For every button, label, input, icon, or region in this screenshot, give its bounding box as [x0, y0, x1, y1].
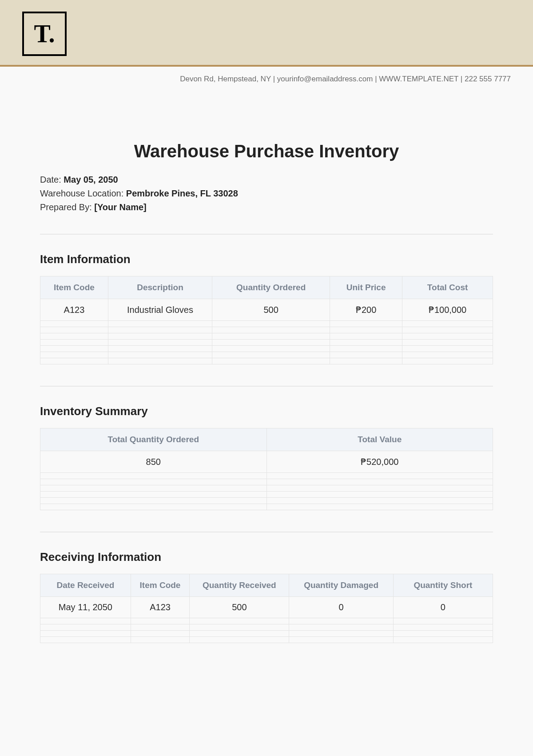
meta-date: Date: May 05, 2050: [40, 175, 493, 185]
col-unit-price: Unit Price: [330, 276, 402, 299]
table-row: [40, 631, 493, 637]
page-title: Warehouse Purchase Inventory: [40, 141, 493, 161]
document-body: Warehouse Purchase Inventory Date: May 0…: [0, 88, 533, 661]
summary-table: Total Quantity Ordered Total Value 850 ₱…: [40, 428, 493, 510]
contact-info-line: Devon Rd, Hempstead, NY | yourinfo@email…: [0, 67, 533, 88]
table-row: [40, 352, 493, 358]
meta-prepared-label: Prepared By:: [40, 202, 94, 212]
table-header-row: Date Received Item Code Quantity Receive…: [40, 574, 493, 597]
col-qty-received: Quantity Received: [190, 574, 289, 597]
cell-description: Industrial Gloves: [108, 299, 212, 321]
item-info-heading: Item Information: [40, 252, 493, 266]
receiving-table: Date Received Item Code Quantity Receive…: [40, 574, 493, 643]
cell-qty-ordered: 500: [212, 299, 330, 321]
section-divider: [40, 532, 493, 532]
summary-heading: Inventory Summary: [40, 404, 493, 418]
meta-prepared-value: [Your Name]: [94, 202, 146, 212]
col-item-code: Item Code: [40, 276, 108, 299]
table-row: May 11, 2050 A123 500 0 0: [40, 597, 493, 618]
col-total-value: Total Value: [266, 428, 493, 451]
table-row: 850 ₱520,000: [40, 451, 493, 473]
section-divider: [40, 234, 493, 235]
cell-total-qty: 850: [40, 451, 267, 473]
cell-qty-damaged: 0: [289, 597, 393, 618]
meta-prepared: Prepared By: [Your Name]: [40, 202, 493, 212]
table-row: [40, 637, 493, 643]
cell-item-code: A123: [40, 299, 108, 321]
col-description: Description: [108, 276, 212, 299]
section-divider: [40, 386, 493, 387]
receiving-heading: Receiving Information: [40, 550, 493, 564]
table-row: [40, 498, 493, 504]
col-qty-ordered: Quantity Ordered: [212, 276, 330, 299]
meta-location-label: Warehouse Location:: [40, 188, 126, 198]
header-banner: T.: [0, 0, 533, 67]
table-row: [40, 618, 493, 624]
col-total-cost: Total Cost: [402, 276, 493, 299]
table-row: [40, 492, 493, 498]
table-header-row: Item Code Description Quantity Ordered U…: [40, 276, 493, 299]
cell-qty-short: 0: [393, 597, 493, 618]
cell-total-cost: ₱100,000: [402, 299, 493, 321]
meta-date-label: Date:: [40, 175, 64, 184]
col-total-qty: Total Quantity Ordered: [40, 428, 267, 451]
cell-total-value: ₱520,000: [266, 451, 493, 473]
item-info-table: Item Code Description Quantity Ordered U…: [40, 276, 493, 364]
cell-date-received: May 11, 2050: [40, 597, 131, 618]
table-row: [40, 358, 493, 364]
col-item-code: Item Code: [131, 574, 189, 597]
table-row: [40, 504, 493, 510]
meta-location: Warehouse Location: Pembroke Pines, FL 3…: [40, 188, 493, 199]
table-row: [40, 485, 493, 492]
table-row: [40, 321, 493, 327]
col-qty-short: Quantity Short: [393, 574, 493, 597]
table-row: A123 Industrial Gloves 500 ₱200 ₱100,000: [40, 299, 493, 321]
table-row: [40, 624, 493, 631]
logo-icon: T.: [22, 12, 67, 56]
meta-date-value: May 05, 2050: [64, 175, 118, 184]
table-row: [40, 340, 493, 346]
table-row: [40, 346, 493, 352]
cell-qty-received: 500: [190, 597, 289, 618]
table-row: [40, 479, 493, 485]
meta-location-value: Pembroke Pines, FL 33028: [126, 188, 238, 198]
table-row: [40, 473, 493, 479]
col-qty-damaged: Quantity Damaged: [289, 574, 393, 597]
col-date-received: Date Received: [40, 574, 131, 597]
cell-unit-price: ₱200: [330, 299, 402, 321]
table-row: [40, 327, 493, 333]
table-header-row: Total Quantity Ordered Total Value: [40, 428, 493, 451]
cell-item-code: A123: [131, 597, 189, 618]
table-row: [40, 333, 493, 340]
